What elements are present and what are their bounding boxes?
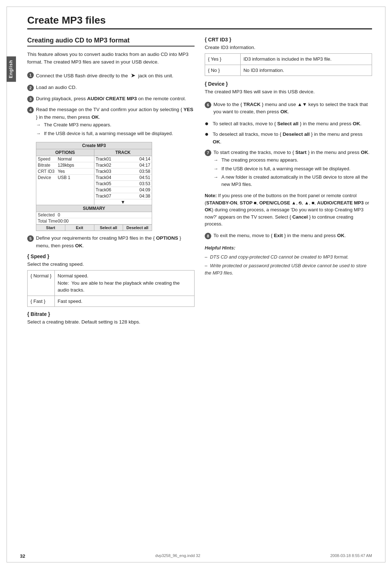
- step-7-arrow-3: → A new folder is created automatically …: [213, 174, 372, 188]
- crt-id3-title: { CRT ID3 }: [205, 37, 372, 42]
- track-row-7: Track07 04:38: [94, 193, 152, 199]
- step-6-text: Move to the { TRACK } menu and use ▲▼ ke…: [213, 101, 372, 116]
- crt-id3-table: { Yes } ID3 information is included in t…: [205, 53, 372, 76]
- step-4-arrow-2-text: If the USB device is full, a warning mes…: [44, 130, 173, 137]
- device-section: { Device } The created MP3 files will sa…: [205, 81, 372, 95]
- bullet-select-all-text: To select all tracks, move to { Select a…: [213, 120, 362, 128]
- step-7-content: To start creating the tracks, move to { …: [213, 149, 372, 189]
- arrow-icon-1: →: [36, 121, 43, 129]
- page-footer: 32 dvp3258_96_eng.indd 32 2008-03-18 8:5…: [20, 553, 372, 559]
- track-row-1: Track01 04:14: [94, 156, 152, 162]
- summary-header: SUMMARY: [36, 205, 152, 212]
- summary-total-time: Total Time 00:00: [36, 218, 152, 224]
- left-column: Creating audio CD to MP3 format This fea…: [27, 37, 195, 330]
- speed-fast-key: { Fast }: [28, 296, 55, 307]
- step-7-arrow-3-text: A new folder is created automatically in…: [221, 174, 372, 188]
- menu-option-crtid3: CRT ID3 Yes: [36, 168, 94, 175]
- crtid3-label: CRT ID3: [38, 169, 58, 174]
- right-column: { CRT ID3 } Create ID3 information. { Ye…: [205, 37, 372, 330]
- step-7-num: 7: [205, 150, 211, 156]
- crt-id3-section: { CRT ID3 } Create ID3 information. { Ye…: [205, 37, 372, 76]
- menu-options-header: OPTIONS: [36, 149, 94, 156]
- helpful-hint-1: – DTS CD and copy-protected CD cannot be…: [205, 253, 372, 261]
- summary-selected: Selected 0: [36, 212, 152, 218]
- track-04-time: 04:51: [119, 175, 151, 180]
- step-3-num: 3: [27, 96, 34, 102]
- track-03-time: 03:58: [119, 169, 151, 174]
- track-02-time: 04:17: [119, 163, 151, 168]
- track-02-name: Track02: [96, 163, 119, 168]
- helpful-hints: Helpful Hints: – DTS CD and copy-protect…: [205, 244, 372, 277]
- step-2-text: Load an audio CD.: [36, 84, 77, 92]
- bullet-icon-1: ●: [205, 120, 211, 128]
- step-5: 5 Define your requirements for creating …: [27, 235, 195, 250]
- crt-id3-no-key: { No }: [205, 65, 241, 76]
- step-3: 3 During playback, press AUDIO/ CREATE M…: [27, 95, 195, 103]
- down-arrow-icon: ▼: [94, 199, 152, 205]
- arrow-icon-4: →: [213, 165, 221, 172]
- arrow-icon-2: →: [36, 130, 43, 137]
- step-4-content: Read the message on the TV and confirm y…: [36, 106, 195, 138]
- menu-options-col: OPTIONS Speed Normal Bitrate 128kbps CRT…: [36, 149, 94, 205]
- bullet-select-all: ● To select all tracks, move to { Select…: [205, 120, 372, 128]
- helpful-hints-title: Helpful Hints:: [205, 244, 372, 252]
- bitrate-title: { Bitrate }: [27, 311, 195, 317]
- device-value: USB 1: [58, 175, 93, 180]
- track-05-time: 03:53: [119, 181, 151, 186]
- track-05-name: Track05: [96, 181, 119, 186]
- note-label: Note:: [205, 193, 217, 198]
- bitrate-desc: Select a creating bitrate. Default setti…: [27, 318, 195, 326]
- device-label: Device: [38, 175, 58, 180]
- speed-title: { Speed }: [27, 253, 195, 259]
- step-2-num: 2: [27, 85, 34, 91]
- speed-section: { Speed } Select the creating speed. { N…: [27, 253, 195, 307]
- step-7-arrow-2-text: If the USB device is full, a warning mes…: [221, 165, 351, 172]
- crt-id3-no-value: No ID3 information.: [240, 65, 372, 76]
- select-all-button[interactable]: Select all: [94, 225, 123, 231]
- bitrate-label: Bitrate: [38, 163, 58, 168]
- menu-track-header: TRACK: [94, 149, 152, 156]
- device-desc: The created MP3 files will save in this …: [205, 88, 372, 95]
- step-4-arrow-1-text: The Create MP3 menu appears.: [44, 121, 111, 129]
- step-3-text: During playback, press AUDIO/ CREATE MP3…: [36, 95, 186, 103]
- intro-text: This feature allows you to convert audio…: [27, 51, 195, 66]
- menu-option-bitrate: Bitrate 128kbps: [36, 162, 94, 168]
- step-7-text: To start creating the tracks, move to { …: [213, 150, 369, 155]
- bitrate-value: 128kbps: [58, 163, 93, 168]
- step-1: 1 Connect the USB flash drive directly t…: [27, 71, 195, 80]
- step-7-arrow-2: → If the USB device is full, a warning m…: [213, 165, 372, 172]
- step-7: 7 To start creating the tracks, move to …: [205, 149, 372, 189]
- speed-fast-value: Fast speed.: [54, 296, 194, 307]
- bullet-deselect-all-text: To deselect all tracks, move to { Desele…: [213, 131, 372, 146]
- track-01-time: 04:14: [119, 157, 151, 162]
- track-04-name: Track04: [96, 175, 119, 180]
- step-7-arrow-1: → The creating process menu appears.: [213, 157, 372, 164]
- menu-option-speed: Speed Normal: [36, 156, 94, 162]
- step-8-num: 8: [205, 233, 211, 239]
- track-06-time: 04:09: [119, 187, 151, 192]
- bullet-icon-2: ●: [205, 131, 211, 146]
- total-time-label: Total Time: [38, 219, 58, 224]
- arrow-icon-3: →: [213, 157, 221, 164]
- crtid3-value: Yes: [58, 169, 93, 174]
- track-row-5: Track05 03:53: [94, 181, 152, 187]
- page-title: Create MP3 files: [27, 15, 372, 29]
- selected-value: 0: [58, 212, 150, 218]
- step-8-text: To exit the menu, move to { Exit } in th…: [213, 232, 346, 240]
- speed-normal-key: { Normal }: [28, 271, 55, 296]
- exit-button[interactable]: Exit: [65, 225, 94, 231]
- bullet-deselect-all: ● To deselect all tracks, move to { Dese…: [205, 131, 372, 146]
- crt-id3-desc: Create ID3 information.: [205, 44, 372, 51]
- track-row-4: Track04 04:51: [94, 175, 152, 181]
- speed-desc: Select the creating speed.: [27, 261, 195, 268]
- menu-actions: Start Exit Select all Deselect all: [36, 224, 152, 231]
- selected-label: Selected: [38, 212, 58, 218]
- crt-id3-yes-key: { Yes }: [205, 54, 241, 65]
- menu-option-device: Device USB 1: [36, 175, 94, 180]
- helpful-hint-2: – Write protected or password protected …: [205, 262, 372, 277]
- step-4-text: Read the message on the TV and confirm y…: [36, 107, 193, 120]
- deselect-all-button[interactable]: Deselect all: [123, 225, 152, 231]
- speed-value: Normal: [58, 157, 93, 162]
- crt-id3-yes-row: { Yes } ID3 information is included in t…: [205, 54, 372, 65]
- start-button[interactable]: Start: [36, 225, 65, 231]
